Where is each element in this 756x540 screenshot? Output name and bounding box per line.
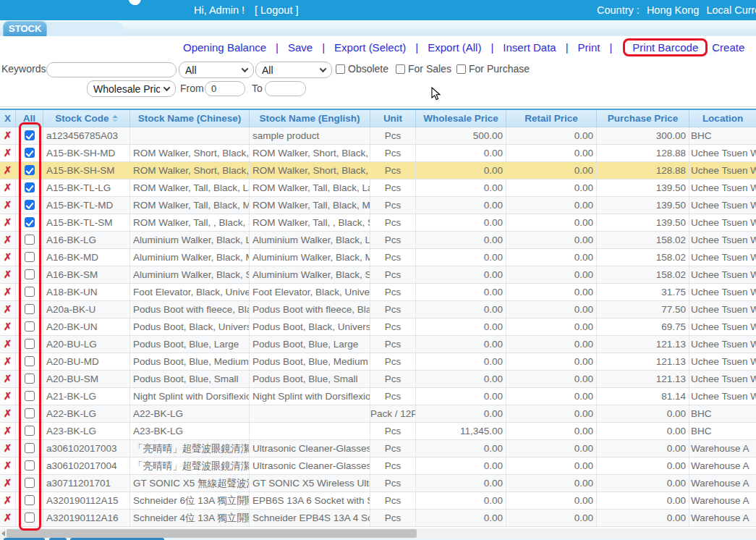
row-checkbox[interactable] — [25, 217, 35, 227]
delete-row-icon[interactable]: ✗ — [0, 162, 15, 179]
delete-row-icon[interactable]: ✗ — [0, 284, 15, 300]
for-sales-checkbox[interactable] — [396, 64, 405, 74]
delete-row-icon[interactable]: ✗ — [0, 371, 15, 387]
purchase-price-cell: 158.02 — [597, 266, 689, 284]
delete-row-icon[interactable]: ✗ — [0, 510, 15, 526]
row-checkbox[interactable] — [25, 287, 35, 297]
row-checkbox[interactable] — [25, 495, 35, 505]
row-checkbox[interactable] — [25, 235, 35, 245]
purchase-price-cell: 121.13 — [597, 336, 689, 353]
delete-row-icon[interactable]: ✗ — [0, 388, 15, 405]
delete-cell: ✗ — [0, 371, 16, 388]
stock-code-cell: A15-BK-SH-SM — [43, 162, 130, 180]
delete-row-icon[interactable]: ✗ — [0, 457, 15, 474]
column-header-location[interactable]: Location — [689, 110, 756, 127]
export-select-link[interactable]: Export (Select) — [334, 41, 406, 54]
unit-cell: Pcs — [370, 145, 416, 162]
export-all-link[interactable]: Export (All) — [428, 41, 481, 54]
delete-row-icon[interactable]: ✗ — [0, 475, 15, 492]
stock-name-english-cell: Podus Boot, Blue, Large — [250, 336, 370, 353]
row-checkbox[interactable] — [25, 252, 35, 262]
subcategory-select[interactable]: All — [255, 62, 332, 78]
delete-row-icon[interactable]: ✗ — [0, 318, 15, 335]
delete-row-icon[interactable]: ✗ — [0, 249, 15, 266]
row-checkbox[interactable] — [25, 443, 35, 453]
delete-row-icon[interactable]: ✗ — [0, 145, 15, 161]
row-checkbox[interactable] — [25, 165, 35, 175]
delete-row-icon[interactable]: ✗ — [0, 214, 15, 231]
delete-row-icon[interactable]: ✗ — [0, 440, 15, 457]
row-checkbox[interactable] — [25, 426, 35, 436]
insert-data-link[interactable]: Insert Data — [503, 41, 556, 54]
horizontal-scrollbar — [0, 528, 756, 539]
print-barcode-link[interactable]: Print Barcode — [632, 41, 698, 54]
column-header-wholesale-price[interactable]: Wholesale Price — [416, 110, 506, 127]
delete-row-icon[interactable]: ✗ — [0, 405, 15, 422]
column-header-unit[interactable]: Unit — [370, 110, 416, 127]
unit-cell: Pcs — [370, 457, 416, 475]
delete-row-icon[interactable]: ✗ — [0, 353, 15, 370]
table-row: ✗A15-BK-SH-MDROM Walker, Short, Black, M… — [0, 145, 756, 162]
logout-link[interactable]: [ Logout ] — [255, 4, 298, 16]
row-checkbox[interactable] — [25, 512, 35, 523]
row-checkbox[interactable] — [25, 356, 35, 366]
stock-name-english-cell: Podus Boot, Black, Universal — [250, 318, 370, 336]
column-header-x[interactable]: X — [0, 110, 16, 127]
delete-row-icon[interactable]: ✗ — [0, 336, 15, 353]
row-checkbox[interactable] — [25, 269, 35, 279]
column-header-purchase-price[interactable]: Purchase Price — [597, 110, 689, 127]
row-checkbox[interactable] — [25, 478, 35, 488]
delete-cell: ✗ — [0, 440, 16, 457]
column-header-stock-name-english[interactable]: Stock Name (English) — [250, 110, 370, 127]
category-select[interactable]: All — [179, 62, 254, 78]
price-to-input[interactable] — [265, 81, 306, 96]
obsolete-checkbox[interactable] — [336, 64, 345, 74]
checkbox-cell — [16, 284, 43, 301]
delete-row-icon[interactable]: ✗ — [0, 197, 15, 214]
print-link[interactable]: Print — [578, 41, 600, 54]
column-header-stock-name-chinese[interactable]: Stock Name (Chinese) — [130, 110, 250, 127]
wholesale-price-cell: 0.00 — [416, 405, 506, 423]
purchase-price-cell: 121.13 — [597, 371, 689, 388]
column-header-all[interactable]: All — [16, 110, 43, 127]
for-purchase-checkbox[interactable] — [456, 64, 466, 74]
delete-row-icon[interactable]: ✗ — [0, 232, 15, 248]
purchase-price-cell: 0.00 — [597, 475, 689, 492]
delete-cell: ✗ — [0, 492, 16, 510]
row-checkbox[interactable] — [25, 408, 35, 418]
row-checkbox[interactable] — [25, 182, 35, 193]
save-link[interactable]: Save — [288, 41, 313, 54]
location-cell: Warehouse A — [689, 440, 756, 457]
delete-row-icon[interactable]: ✗ — [0, 492, 15, 509]
column-header-stock-code[interactable]: Stock Code — [43, 110, 130, 127]
price-from-input[interactable] — [205, 81, 245, 96]
row-checkbox[interactable] — [25, 148, 35, 158]
scroll-left-button[interactable] — [0, 528, 7, 539]
column-header-retail-price[interactable]: Retail Price — [506, 110, 597, 127]
row-checkbox[interactable] — [25, 321, 35, 332]
delete-row-icon[interactable]: ✗ — [0, 127, 15, 144]
row-checkbox[interactable] — [25, 391, 35, 401]
delete-row-icon[interactable]: ✗ — [0, 266, 15, 283]
row-checkbox[interactable] — [25, 374, 35, 384]
wholesale-price-cell: 0.00 — [416, 388, 506, 405]
delete-row-icon[interactable]: ✗ — [0, 301, 15, 318]
create-link[interactable]: Create — [712, 41, 744, 54]
scrollbar-thumb[interactable] — [7, 529, 417, 538]
tab-stock[interactable]: STOCK — [3, 21, 47, 36]
stock-name-chinese-cell: Aluminium Walker, Black, Medium — [130, 249, 250, 266]
stock-code-cell: A16-BK-SM — [43, 266, 130, 284]
row-checkbox[interactable] — [25, 460, 35, 471]
keywords-input[interactable] — [46, 62, 177, 77]
delete-row-icon[interactable]: ✗ — [0, 180, 15, 196]
opening-balance-link[interactable]: Opening Balance — [183, 41, 266, 54]
unit-cell: Pcs — [370, 318, 416, 336]
row-checkbox[interactable] — [25, 339, 35, 349]
unit-cell: Pcs — [370, 492, 416, 510]
row-checkbox[interactable] — [25, 130, 35, 140]
row-checkbox[interactable] — [25, 200, 35, 210]
row-checkbox[interactable] — [25, 304, 35, 314]
delete-row-icon[interactable]: ✗ — [0, 423, 15, 439]
for-purchase-label: For Purchase — [469, 63, 530, 75]
price-field-select[interactable]: Wholesale Price — [87, 80, 176, 97]
